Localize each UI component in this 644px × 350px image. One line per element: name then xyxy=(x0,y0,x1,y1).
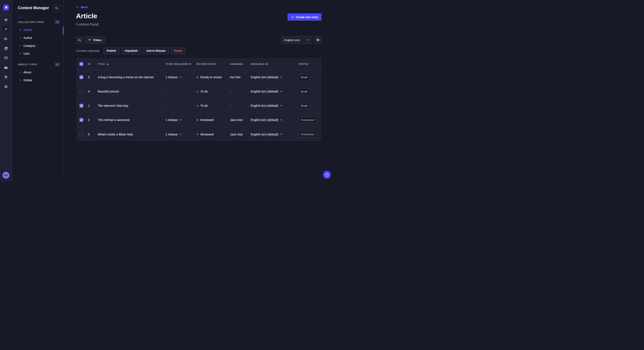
table-row[interactable]: 5 What's inside a Black Hole 1 release R… xyxy=(76,127,322,141)
table-row[interactable]: 3 A bug is becoming a meme on the intern… xyxy=(76,70,322,84)
column-header-status[interactable]: STATUS xyxy=(298,63,318,65)
column-header-assignee[interactable]: ASSIGNEE xyxy=(230,63,251,65)
cell-id: 1 xyxy=(88,104,98,107)
column-header-release[interactable]: TO BE RELEASED IN xyxy=(166,63,196,65)
indeterminate-dash-icon xyxy=(80,64,82,64)
logo-area xyxy=(0,0,12,15)
rail-item-content-manager[interactable] xyxy=(3,26,9,32)
cell-release: - xyxy=(166,90,196,93)
release-dropdown[interactable]: 1 release xyxy=(166,118,196,122)
search-icon xyxy=(78,38,81,42)
sort-asc-icon xyxy=(107,63,108,65)
locale-cell-dropdown[interactable]: English (en) (default) xyxy=(251,104,298,107)
stage-dot-icon xyxy=(196,91,198,93)
section-collection-types: COLLECTION TYPES 4 Article Author Catego… xyxy=(12,20,64,57)
rail-item-cloud[interactable] xyxy=(3,64,9,71)
search-icon xyxy=(55,6,58,9)
nav-rail: KD xyxy=(0,0,12,181)
back-link[interactable]: Back xyxy=(76,5,88,9)
cell-assignee: Kai Doe xyxy=(230,75,251,79)
sidebar-item-label: User xyxy=(24,52,30,55)
cell-id: 2 xyxy=(88,118,98,122)
delete-button[interactable]: Delete xyxy=(171,47,185,54)
app-window: KD Content Manager COLLECTION TYPES 4 Ar… xyxy=(0,0,334,181)
chevron-down-icon xyxy=(180,134,182,135)
sidebar-item-label: Article xyxy=(24,28,32,32)
row-checkbox[interactable] xyxy=(80,118,83,122)
sidebar-item-author[interactable]: Author xyxy=(12,34,64,42)
home-icon xyxy=(4,18,8,22)
publish-button[interactable]: Publish xyxy=(104,47,120,54)
chevron-down-icon xyxy=(280,91,282,92)
cell-title: The internet's Own boy xyxy=(98,104,166,107)
content-manager-sidebar: Content Manager COLLECTION TYPES 4 Artic… xyxy=(12,0,64,181)
sidebar-title: Content Manager xyxy=(18,6,49,10)
cell-assignee: - xyxy=(230,104,251,107)
search-button[interactable] xyxy=(76,37,83,43)
rail-nav xyxy=(3,16,9,90)
cell-title: What's inside a Black Hole xyxy=(98,133,166,136)
rail-item-content-type-builder[interactable] xyxy=(3,55,9,61)
bullet-icon xyxy=(20,37,21,38)
column-header-available-in[interactable]: AVAILABLE IN xyxy=(251,63,298,65)
bullet-icon xyxy=(20,45,21,46)
section-count-badge: 4 xyxy=(55,20,60,24)
plus-icon xyxy=(291,15,294,18)
chevron-down-icon xyxy=(280,77,282,78)
table-row[interactable]: 1 The internet's Own boy - To do - Engli… xyxy=(76,99,322,113)
status-badge: Draft xyxy=(298,88,310,95)
cell-title: This shrimp is awesome xyxy=(98,118,166,122)
row-checkbox[interactable] xyxy=(80,90,83,93)
unpublish-button[interactable]: Unpublish xyxy=(122,47,141,54)
cell-assignee: Jane Doe xyxy=(230,118,251,122)
cell-assignee: Jane Doe xyxy=(230,133,251,136)
bullet-icon xyxy=(20,72,21,73)
locale-dropdown[interactable]: English (en) xyxy=(282,36,312,44)
sidebar-item-user[interactable]: User xyxy=(12,49,64,57)
row-checkbox[interactable] xyxy=(80,133,83,136)
locale-cell-dropdown[interactable]: English (en) (default) xyxy=(251,133,298,136)
entries-count-subtitle: 5 entries found xyxy=(76,22,322,26)
rail-item-marketplace[interactable] xyxy=(3,74,9,80)
check-icon xyxy=(80,119,83,121)
strapi-logo-icon[interactable] xyxy=(3,5,9,10)
user-avatar[interactable]: KD xyxy=(2,172,9,178)
sidebar-search-button[interactable] xyxy=(53,4,60,11)
column-header-review-stage[interactable]: REVIEW STAGE xyxy=(196,63,230,65)
help-button[interactable] xyxy=(323,171,331,179)
cloud-icon xyxy=(4,66,8,70)
rail-item-media-library[interactable] xyxy=(3,45,9,52)
sidebar-item-article[interactable]: Article xyxy=(12,26,64,34)
rail-item-settings[interactable] xyxy=(3,84,9,90)
create-new-entry-button[interactable]: Create new entry xyxy=(288,13,322,21)
table-row[interactable]: 2 This shrimp is awesome 1 release Revie… xyxy=(76,113,322,127)
filters-button[interactable]: Filters xyxy=(85,37,105,44)
column-header-id[interactable]: ID xyxy=(88,63,98,65)
sidebar-item-global[interactable]: Global xyxy=(12,76,64,84)
release-dropdown[interactable]: 1 release xyxy=(166,133,196,136)
table-row[interactable]: 4 Beautiful picture - To do - English (e… xyxy=(76,84,322,99)
add-to-release-button[interactable]: Add to Release xyxy=(143,47,169,54)
row-checkbox[interactable] xyxy=(80,104,83,108)
select-all-checkbox[interactable] xyxy=(80,62,83,66)
arrow-left-icon xyxy=(76,5,79,9)
view-settings-button[interactable] xyxy=(314,36,322,44)
column-header-title[interactable]: TITLE xyxy=(98,63,166,65)
sidebar-item-label: Category xyxy=(24,44,36,47)
locale-cell-dropdown[interactable]: English (en) (default) xyxy=(251,90,298,93)
locale-cell-dropdown[interactable]: English (en) (default) xyxy=(251,75,298,79)
chevron-down-icon xyxy=(180,77,182,78)
rail-item-home[interactable] xyxy=(3,16,9,23)
cart-icon xyxy=(4,75,8,79)
chevron-down-icon xyxy=(280,105,282,106)
locale-cell-dropdown[interactable]: English (en) (default) xyxy=(251,118,298,122)
cell-title: A bug is becoming a meme on the internet xyxy=(98,75,166,79)
sidebar-item-about[interactable]: About xyxy=(12,68,64,76)
chevron-down-icon xyxy=(180,120,182,121)
release-dropdown[interactable]: 1 release xyxy=(166,75,196,79)
bullet-icon xyxy=(20,29,21,30)
section-label: COLLECTION TYPES xyxy=(18,21,44,23)
rail-item-releases[interactable] xyxy=(3,36,9,42)
sidebar-item-category[interactable]: Category xyxy=(12,42,64,49)
row-checkbox[interactable] xyxy=(80,75,83,79)
